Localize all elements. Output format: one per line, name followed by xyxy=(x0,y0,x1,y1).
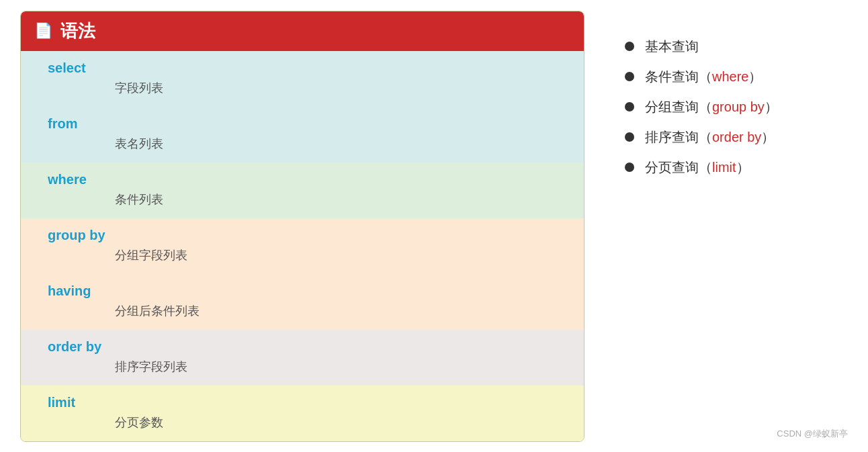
syntax-row-where: where条件列表 xyxy=(21,163,584,218)
bullet-dot xyxy=(625,132,634,142)
syntax-card: 📄 语法 select字段列表from表名列表where条件列表group by… xyxy=(20,11,584,442)
watermark: CSDN @绿蚁新亭 xyxy=(777,428,848,440)
bullet-text: 排序查询（order by） xyxy=(645,128,775,146)
keyword-groupby: group by xyxy=(21,225,584,244)
bullet-dot xyxy=(625,72,634,81)
syntax-row-select: select字段列表 xyxy=(21,51,584,107)
syntax-row-groupby: group by分组字段列表 xyxy=(21,218,584,274)
bullet-text: 分组查询（group by） xyxy=(645,98,778,116)
keyword-from: from xyxy=(21,114,584,133)
bullet-list: 基本查询条件查询（where）分组查询（group by）排序查询（order … xyxy=(625,11,840,177)
document-icon: 📄 xyxy=(34,22,52,40)
keyword-limit: limit xyxy=(21,392,584,412)
subtext-orderby: 排序字段列表 xyxy=(21,356,584,379)
subtext-groupby: 分组字段列表 xyxy=(21,244,584,267)
bullet-item: 基本查询 xyxy=(625,38,840,56)
bullet-item: 分组查询（group by） xyxy=(625,98,840,116)
bullet-dot xyxy=(625,42,634,51)
keyword-having: having xyxy=(21,281,584,300)
card-title: 语法 xyxy=(60,19,95,43)
subtext-limit: 分页参数 xyxy=(21,412,584,435)
subtext-select: 字段列表 xyxy=(21,77,584,100)
bullet-item: 排序查询（order by） xyxy=(625,128,840,146)
bullet-text: 条件查询（where） xyxy=(645,68,762,86)
subtext-having: 分组后条件列表 xyxy=(21,300,584,323)
keyword-orderby: order by xyxy=(21,336,584,356)
syntax-rows: select字段列表from表名列表where条件列表group by分组字段列… xyxy=(21,51,584,441)
syntax-row-orderby: order by排序字段列表 xyxy=(21,330,584,386)
syntax-row-having: having分组后条件列表 xyxy=(21,274,584,330)
bullet-item: 条件查询（where） xyxy=(625,68,840,86)
bullet-dot xyxy=(625,163,634,172)
keyword-select: select xyxy=(21,58,584,77)
bullet-text: 分页查询（limit） xyxy=(645,159,750,177)
subtext-where: 条件列表 xyxy=(21,189,584,212)
keyword-where: where xyxy=(21,169,584,189)
bullet-dot xyxy=(625,102,634,111)
card-header: 📄 语法 xyxy=(21,11,584,51)
subtext-from: 表名列表 xyxy=(21,133,584,156)
syntax-row-limit: limit分页参数 xyxy=(21,386,584,441)
syntax-row-from: from表名列表 xyxy=(21,107,584,163)
bullet-text: 基本查询 xyxy=(645,38,699,56)
bullet-item: 分页查询（limit） xyxy=(625,159,840,177)
main-container: 📄 语法 select字段列表from表名列表where条件列表group by… xyxy=(20,11,848,442)
